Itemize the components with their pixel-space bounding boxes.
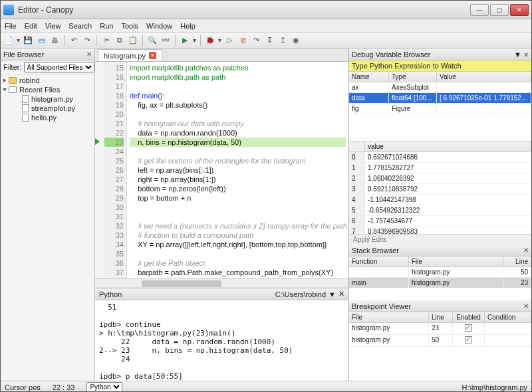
run-icon[interactable]: ▶: [180, 35, 190, 46]
menu-file[interactable]: File: [5, 22, 17, 30]
copy-icon[interactable]: ⧉: [114, 35, 125, 46]
menu-run[interactable]: Run: [100, 22, 113, 30]
value-row[interactable]: 4-1.10442147398: [349, 195, 531, 205]
watch-expression-input[interactable]: Type Python Expression to Watch: [349, 60, 531, 72]
file-tree[interactable]: robind Recent Files histogram.py streamp…: [1, 74, 94, 124]
maximize-button[interactable]: ▢: [490, 4, 509, 16]
python-panel-close-icon[interactable]: ✕: [338, 290, 344, 298]
value-row[interactable]: 70.843596909583: [349, 227, 531, 234]
bpv-col-enabled[interactable]: Enabled: [453, 312, 485, 322]
expand-icon[interactable]: [3, 88, 7, 91]
value-index-col: [349, 142, 365, 151]
menubar: File Edit View Search Run Tools Window H…: [1, 19, 531, 33]
step-out-icon[interactable]: ↥: [277, 35, 288, 46]
bpv-col-line[interactable]: Line: [429, 312, 453, 322]
stack-close-icon[interactable]: ✕: [523, 246, 529, 254]
tree-recent[interactable]: Recent Files: [3, 85, 92, 94]
breakpoint-toggle-icon[interactable]: ◉: [291, 35, 301, 46]
checkbox-icon[interactable]: [465, 324, 472, 332]
python-panel: Python C:\Users\robind ▼ ✕ 51 ipdb> cont…: [95, 288, 348, 381]
app-icon: [3, 5, 14, 15]
tree-file[interactable]: streamplot.py: [3, 104, 92, 113]
dvb-row[interactable]: datafloat64 [100...[ 6.92671025e-01 1.77…: [349, 93, 531, 104]
menu-search[interactable]: Search: [68, 22, 92, 30]
stack-col-line[interactable]: Line: [503, 256, 531, 266]
tab-close-icon[interactable]: ✕: [149, 52, 156, 59]
value-row[interactable]: 21.06040226392: [349, 173, 531, 184]
bpv-close-icon[interactable]: ✕: [523, 302, 529, 310]
dvb-row[interactable]: figFigure: [349, 104, 531, 114]
dvb-title: Debug Variable Browser: [352, 50, 430, 58]
filter-select[interactable]: All Supported Files: [24, 62, 94, 72]
paste-icon[interactable]: 📋: [128, 35, 138, 46]
toolbar: 📄▾ 💾 🗃 🖶 ↶ ↷ ✂ ⧉ 📋 🔍 👓 ▶▾ 🐞▾ ▷ ⊘ ↷ ↧ ↥ ◉: [1, 33, 531, 49]
save-icon[interactable]: 💾: [23, 35, 33, 46]
menu-tools[interactable]: Tools: [121, 22, 138, 30]
code-editor[interactable]: 1516171819202122232425262728293031323334…: [95, 62, 348, 278]
stack-col-file[interactable]: File: [409, 256, 503, 266]
close-button[interactable]: ✕: [510, 4, 529, 16]
language-select[interactable]: Python: [86, 382, 122, 392]
minimize-button[interactable]: —: [470, 4, 489, 16]
tree-file[interactable]: histogram.py: [3, 94, 92, 104]
titlebar: Editor - Canopy — ▢ ✕: [1, 1, 531, 19]
value-row[interactable]: 00.692671024686: [349, 152, 531, 163]
tab-label: histogram.py: [104, 52, 146, 60]
editor-tabs: histogram.py ✕: [95, 49, 348, 62]
step-into-icon[interactable]: ↧: [264, 35, 275, 46]
menu-edit[interactable]: Edit: [25, 22, 37, 30]
breakpoint-viewer-title: Breakpoint Viewer: [352, 302, 411, 310]
expand-icon[interactable]: [3, 78, 6, 82]
stack-row[interactable]: mainhistogram.py23: [349, 278, 531, 288]
file-browser-close-icon[interactable]: ✕: [86, 50, 92, 58]
tree-root-label: robind: [19, 76, 40, 84]
value-value-col[interactable]: value: [365, 142, 531, 151]
tab-histogram[interactable]: histogram.py ✕: [98, 49, 162, 61]
binoculars-icon[interactable]: 👓: [160, 35, 171, 46]
stop-icon[interactable]: ⊘: [237, 35, 248, 46]
col-value[interactable]: Value: [437, 72, 531, 82]
stack-row[interactable]: histogram.py50: [349, 267, 531, 278]
dvb-close-icon[interactable]: ✕: [523, 51, 529, 58]
chevron-down-icon[interactable]: ▼: [329, 290, 336, 298]
redo-icon[interactable]: ↷: [82, 35, 92, 46]
stack-col-function[interactable]: Function: [349, 256, 409, 266]
search-icon[interactable]: 🔍: [147, 35, 158, 46]
bpv-col-file[interactable]: File: [349, 312, 429, 322]
tree-recent-label: Recent Files: [19, 86, 60, 94]
value-row[interactable]: 11.77815282727: [349, 163, 531, 173]
save-all-icon[interactable]: 🗃: [36, 35, 47, 46]
python-console[interactable]: 51 ipdb> continue > h:\tmp\histogram.py(…: [95, 300, 348, 381]
continue-icon[interactable]: ▷: [224, 35, 235, 46]
undo-icon[interactable]: ↶: [68, 35, 79, 46]
col-name[interactable]: Name: [349, 72, 389, 82]
debug-icon[interactable]: 🐞: [205, 35, 215, 46]
tree-file-label: streamplot.py: [31, 104, 75, 112]
file-icon: [22, 114, 29, 122]
value-row[interactable]: 30.592110838792: [349, 184, 531, 195]
horizontal-scrollbar[interactable]: [95, 278, 348, 288]
step-over-icon[interactable]: ↷: [251, 35, 261, 46]
menu-window[interactable]: Window: [146, 22, 172, 30]
breakpoint-row[interactable]: histogram.py50: [349, 335, 531, 347]
file-icon: [22, 104, 29, 112]
breakpoint-row[interactable]: histogram.py23: [349, 323, 531, 335]
tree-root[interactable]: robind: [3, 76, 92, 85]
new-file-icon[interactable]: 📄: [3, 35, 14, 46]
value-grid[interactable]: value 00.69267102468611.7781528272721.06…: [349, 141, 531, 234]
checkbox-icon[interactable]: [465, 336, 472, 343]
dvb-row[interactable]: axAxesSubplot: [349, 82, 531, 93]
bpv-col-condition[interactable]: Condition: [485, 312, 531, 322]
cut-icon[interactable]: ✂: [101, 35, 112, 46]
value-row[interactable]: 6-1.7574534677: [349, 216, 531, 227]
menu-help[interactable]: Help: [180, 22, 196, 30]
window-title: Editor - Canopy: [18, 5, 470, 15]
apply-edits-button[interactable]: Apply Edits: [349, 234, 531, 245]
menu-view[interactable]: View: [45, 22, 61, 30]
tree-file[interactable]: hello.py: [3, 113, 92, 122]
print-icon[interactable]: 🖶: [49, 35, 60, 46]
folder-icon: [9, 77, 17, 84]
chevron-down-icon[interactable]: ▼: [514, 50, 521, 58]
col-type[interactable]: Type: [389, 72, 437, 82]
value-row[interactable]: 5-0.654926312322: [349, 205, 531, 216]
